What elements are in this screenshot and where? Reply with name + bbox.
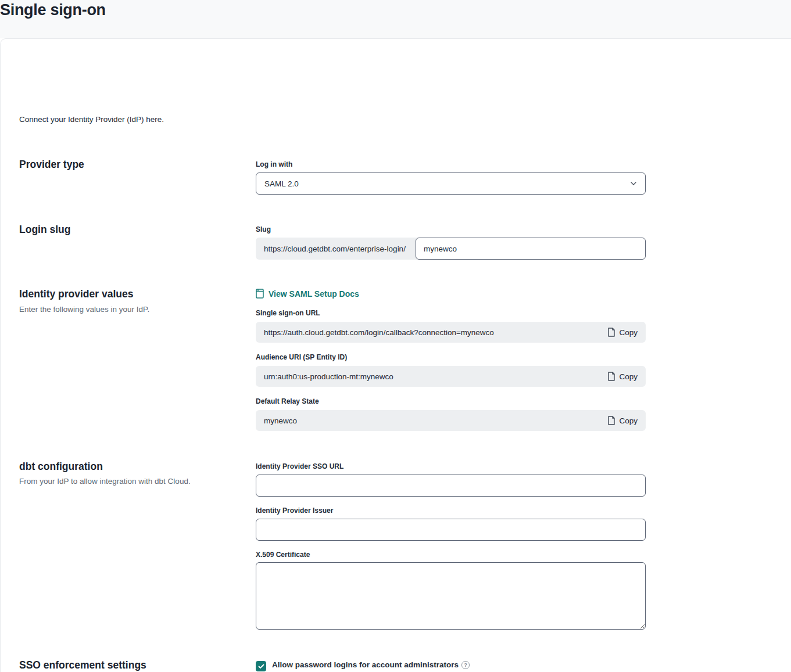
page-header: Single sign-on [0, 0, 791, 38]
help-icon[interactable]: ? [461, 661, 470, 669]
settings-card: Connect your Identity Provider (IdP) her… [0, 38, 791, 672]
x509-certificate-label: X.509 Certificate [256, 551, 310, 559]
audience-uri-label: Audience URI (SP Entity ID) [256, 353, 347, 361]
allow-password-logins-label-text: Allow password logins for account admini… [272, 660, 459, 669]
single-sign-on-page: Single sign-on Connect your Identity Pro… [0, 0, 791, 672]
copy-icon [607, 416, 615, 425]
idp-values-heading: Identity provider values [19, 288, 133, 300]
audience-uri-value: urn:auth0:us-production-mt:mynewco [264, 372, 393, 381]
view-saml-setup-docs-link[interactable]: View SAML Setup Docs [256, 289, 359, 299]
x509-certificate-textarea[interactable] [256, 562, 646, 630]
login-slug-heading: Login slug [19, 224, 70, 236]
default-relay-state-field: mynewco Copy [256, 410, 646, 431]
dbt-configuration-subheading: From your IdP to allow integration with … [19, 477, 191, 486]
slug-label: Slug [256, 225, 271, 233]
page-title: Single sign-on [0, 1, 106, 19]
single-sign-on-url-field: https://auth.cloud.getdbt.com/login/call… [256, 322, 646, 343]
login-with-selected-value: SAML 2.0 [264, 179, 299, 188]
sso-enforcement-heading: SSO enforcement settings [19, 659, 146, 671]
intro-text: Connect your Identity Provider (IdP) her… [19, 115, 164, 124]
slug-url-prefix: https://cloud.getdbt.com/enterprise-logi… [256, 238, 417, 260]
default-relay-state-label: Default Relay State [256, 397, 319, 405]
idp-sso-url-label: Identity Provider SSO URL [256, 462, 343, 470]
idp-values-subheading: Enter the following values in your IdP. [19, 305, 149, 314]
copy-button-label: Copy [619, 372, 638, 381]
default-relay-state-value: mynewco [264, 416, 297, 425]
login-with-label: Log in with [256, 160, 292, 168]
allow-password-logins-row: Allow password logins for account admini… [256, 660, 470, 671]
login-with-select[interactable]: SAML 2.0 [256, 173, 646, 195]
copy-audience-uri-button[interactable]: Copy [607, 372, 638, 381]
slug-field-group: https://cloud.getdbt.com/enterprise-logi… [256, 238, 646, 260]
idp-issuer-input[interactable] [256, 519, 646, 541]
copy-relay-state-button[interactable]: Copy [607, 416, 638, 425]
copy-icon [607, 372, 615, 381]
copy-button-label: Copy [619, 416, 638, 425]
copy-icon [607, 328, 615, 337]
dbt-configuration-heading: dbt configuration [19, 461, 103, 473]
docs-link-label: View SAML Setup Docs [269, 289, 359, 299]
audience-uri-field: urn:auth0:us-production-mt:mynewco Copy [256, 366, 646, 387]
provider-type-heading: Provider type [19, 159, 84, 171]
checkmark-icon [258, 664, 264, 669]
allow-password-logins-checkbox[interactable] [256, 661, 266, 671]
allow-password-logins-label: Allow password logins for account admini… [272, 660, 470, 669]
idp-sso-url-input[interactable] [256, 475, 646, 497]
single-sign-on-url-label: Single sign-on URL [256, 309, 320, 317]
journal-icon [256, 289, 264, 299]
idp-issuer-label: Identity Provider Issuer [256, 506, 333, 515]
copy-button-label: Copy [619, 328, 638, 337]
single-sign-on-url-value: https://auth.cloud.getdbt.com/login/call… [264, 328, 494, 337]
slug-input[interactable] [416, 238, 646, 260]
copy-sso-url-button[interactable]: Copy [607, 328, 638, 337]
chevron-down-icon [630, 181, 637, 186]
